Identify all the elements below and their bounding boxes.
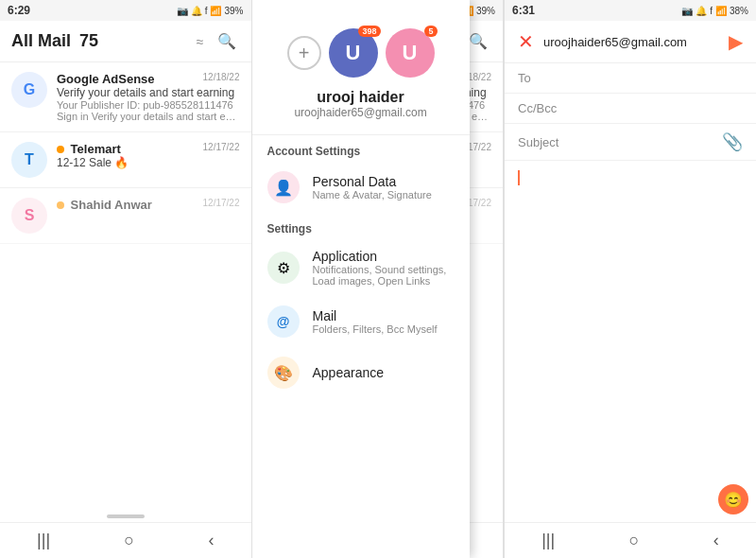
compose-send-button[interactable]: ▶ — [729, 30, 743, 53]
application-text: Application Notifications, Sound setting… — [313, 249, 455, 287]
mail-preview-1-1: Your Publisher ID: pub-985528111476 — [57, 99, 240, 111]
mail-date-1-1: 12/18/22 — [203, 72, 240, 86]
back-icon-1[interactable]: ‹ — [208, 531, 214, 550]
personal-data-title: Personal Data — [313, 174, 455, 189]
compose-cursor — [518, 170, 520, 185]
mail-settings-icon: @ — [267, 305, 300, 338]
avatar-1-2: T — [11, 142, 47, 178]
compose-header: ✕ uroojhaider65@gmail.com ▶ — [505, 21, 756, 63]
compose-attach-icon[interactable]: 📎 — [722, 131, 743, 152]
personal-data-icon: 👤 — [267, 171, 300, 203]
unread-dot-1-3 — [57, 201, 64, 209]
account-avatar-2[interactable]: U 5 — [386, 28, 435, 78]
settings-appearance[interactable]: 🎨 Appearance — [252, 347, 470, 398]
application-sub: Notifications, Sound settings, Load imag… — [313, 264, 455, 287]
emoji-icon[interactable]: 😊 — [718, 484, 748, 514]
panel-1: 6:29 📷 🔔 f 📶 39% All Mail 75 ≈ 🔍 G — [0, 0, 252, 558]
unread-dot-1-2 — [57, 146, 64, 153]
sidebar-drawer: uroojhaider65@gmail.com ✉ Inbox 398 📁 Al… — [252, 0, 470, 558]
compose-cc-input[interactable] — [565, 101, 743, 115]
scroll-indicator-1 — [107, 514, 145, 518]
mail-settings-text: Mail Folders, Filters, Bcc Myself — [313, 308, 455, 335]
back-icon-3[interactable]: ‹ — [713, 531, 719, 550]
panel-2: 6:30 📷 🔔 f 📶 39% All Mail 75 ≈ 🔍 G — [252, 0, 505, 558]
compose-cc-field: Cc/Bcc — [505, 94, 756, 124]
menu-icon-3[interactable]: ||| — [541, 531, 555, 550]
compose-to-field: To — [505, 63, 756, 94]
status-bar-3: 6:31 📷 🔔 f 📶 38% — [505, 0, 756, 21]
mail-item-1-1[interactable]: G Google AdSense 12/18/22 Verify your de… — [0, 62, 251, 132]
time-3: 6:31 — [512, 4, 535, 17]
home-icon-1[interactable]: ○ — [124, 531, 134, 550]
mail-title-1: All Mail 75 — [11, 31, 187, 51]
mail-settings-sub: Folders, Filters, Bcc Myself — [313, 323, 455, 335]
compose-to-label: To — [518, 71, 558, 85]
add-account-button[interactable]: + — [287, 36, 321, 70]
compose-to-input[interactable] — [565, 71, 743, 85]
settings-label: Settings — [252, 213, 470, 239]
personal-data-sub: Name & Avatar, Signature — [313, 189, 455, 201]
status-icons-3: 📷 🔔 f 📶 38% — [681, 6, 748, 16]
mail-settings-title: Mail — [313, 308, 455, 323]
account-avatar-1[interactable]: U 398 — [329, 28, 378, 78]
bottom-nav-1: ||| ○ ‹ — [0, 522, 251, 558]
personal-data-text: Personal Data Name & Avatar, Signature — [313, 174, 455, 201]
settings-personal-data[interactable]: 👤 Personal Data Name & Avatar, Signature — [252, 162, 470, 213]
account-name: urooj haider — [317, 89, 404, 106]
bottom-nav-3: ||| ○ ‹ — [505, 522, 756, 558]
avatar-1-3: S — [11, 198, 47, 234]
time-1: 6:29 — [8, 4, 30, 17]
appearance-text: Appearance — [313, 365, 455, 380]
home-icon-3[interactable]: ○ — [629, 531, 640, 550]
mail-count-1: 75 — [79, 31, 98, 50]
compose-subject-field: Subject 📎 — [505, 124, 756, 161]
mail-subject-1-2: 12-12 Sale 🔥 — [57, 156, 240, 169]
menu-icon-1[interactable]: ||| — [37, 531, 50, 550]
account-email: uroojhaider65@gmail.com — [294, 106, 426, 119]
compose-body[interactable] — [505, 161, 756, 522]
account-switcher-overlay: + U 398 U 5 urooj haider uroojhaider65@g… — [252, 0, 470, 558]
account-badge-2: 5 — [424, 26, 437, 37]
mail-preview2-1-1: Sign in Verify your details and start ea… — [57, 111, 240, 122]
compose-subject-input[interactable] — [565, 135, 714, 149]
search-icon-1[interactable]: 🔍 — [214, 28, 240, 55]
mail-sender-1-2: Telemart — [57, 142, 121, 156]
application-icon: ⚙ — [267, 252, 300, 284]
filter-icon-1[interactable]: ≈ — [187, 28, 214, 55]
account-badge-1: 398 — [358, 26, 380, 37]
mail-subject-1-1: Verify your details and start earning — [57, 86, 240, 99]
mail-date-1-2: 12/17/22 — [203, 142, 240, 156]
status-bar-1: 6:29 📷 🔔 f 📶 39% — [0, 0, 251, 21]
account-top-section: + U 398 U 5 urooj haider uroojhaider65@g… — [252, 0, 470, 135]
mail-content-1-3: Shahid Anwar 12/17/22 — [57, 198, 240, 234]
mail-date-1-3: 12/17/22 — [203, 198, 240, 212]
compose-panel: 6:31 📷 🔔 f 📶 38% ✕ uroojhaider65@gmail.c… — [504, 0, 756, 558]
mail-item-1-3[interactable]: S Shahid Anwar 12/17/22 — [0, 188, 251, 244]
compose-emoji-button[interactable]: 😊 — [718, 484, 748, 514]
compose-cc-label: Cc/Bcc — [518, 101, 558, 115]
mail-item-1-2[interactable]: T Telemart 12/17/22 12-12 Sale 🔥 — [0, 132, 251, 188]
account-settings-label: Account Settings — [252, 135, 470, 162]
settings-application[interactable]: ⚙ Application Notifications, Sound setti… — [252, 239, 470, 296]
mail-content-1-2: Telemart 12/17/22 12-12 Sale 🔥 — [57, 142, 240, 178]
mail-content-1-1: Google AdSense 12/18/22 Verify your deta… — [57, 72, 240, 122]
compose-subject-label: Subject — [518, 135, 558, 149]
mail-sender-1-3: Shahid Anwar — [57, 198, 152, 212]
application-title: Application — [313, 249, 455, 264]
compose-close-button[interactable]: ✕ — [518, 30, 534, 53]
compose-from-address: uroojhaider65@gmail.com — [543, 35, 719, 49]
account-avatars: + U 398 U 5 — [287, 28, 435, 78]
title-text-1: All Mail — [11, 31, 71, 50]
status-icons-1: 📷 🔔 f 📶 39% — [177, 6, 244, 16]
appearance-icon: 🎨 — [267, 357, 300, 389]
mail-list-1: G Google AdSense 12/18/22 Verify your de… — [0, 62, 251, 511]
mail-header-1: All Mail 75 ≈ 🔍 — [0, 21, 251, 62]
settings-mail[interactable]: @ Mail Folders, Filters, Bcc Myself — [252, 296, 470, 347]
avatar-1-1: G — [11, 72, 47, 108]
mail-sender-1-1: Google AdSense — [57, 72, 155, 86]
appearance-title: Appearance — [313, 365, 455, 380]
